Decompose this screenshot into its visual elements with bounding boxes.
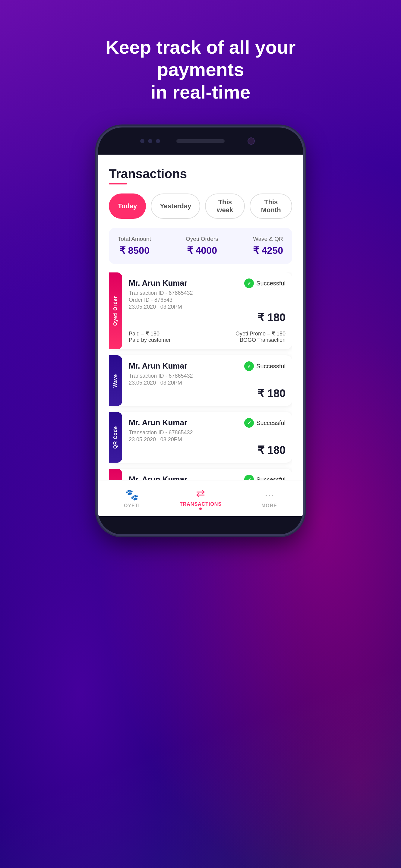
summary-wave-qr-label: Wave & QR — [253, 236, 283, 242]
txn-amount-2: ₹ 180 — [257, 387, 285, 400]
txn-body-2: Mr. Arun Kumar ✓ Successful Transaction … — [122, 355, 292, 406]
bottom-nav: 🐾 OYETI ⇄ TRANSACTIONS ··· MORE — [98, 480, 303, 516]
headline-line1: Keep track of all your payments — [105, 37, 296, 80]
summary-card: Total Amount ₹ 8500 Oyeti Orders ₹ 4000 … — [109, 228, 292, 264]
nav-item-transactions[interactable]: ⇄ TRANSACTIONS — [180, 487, 222, 510]
phone-speaker — [176, 139, 225, 143]
txn-paid-1: Paid – ₹ 180 Paid by customer — [129, 330, 171, 343]
txn-tag-3: QR Code — [109, 412, 122, 463]
sensor-3 — [156, 139, 160, 143]
txn-amount-row-2: ₹ 180 — [129, 387, 285, 400]
transaction-card-3[interactable]: QR Code Mr. Arun Kumar ✓ Successful Tran… — [109, 412, 292, 463]
txn-name-3: Mr. Arun Kumar — [129, 418, 187, 427]
txn-body-1: Mr. Arun Kumar ✓ Successful Transaction … — [122, 273, 292, 349]
txn-body-3: Mr. Arun Kumar ✓ Successful Transaction … — [122, 412, 292, 463]
txn-promo-1: Oyeti Promo – ₹ 180 BOGO Transaction — [236, 330, 285, 343]
txn-paid-label-1: Paid – ₹ 180 — [129, 330, 171, 337]
txn-name-4: Mr. Arun Kumar — [129, 475, 187, 480]
nav-label-more: MORE — [261, 503, 277, 508]
page-title: Transactions — [109, 167, 292, 181]
txn-name-2: Mr. Arun Kumar — [129, 361, 187, 371]
txn-status-1: ✓ Successful — [244, 278, 285, 288]
txn-tag-4: Oyeti Order — [109, 469, 122, 480]
summary-total: Total Amount ₹ 8500 — [118, 236, 151, 256]
success-icon-1: ✓ — [244, 278, 254, 288]
txn-status-3: ✓ Successful — [244, 418, 285, 428]
transaction-list: Oyeti Order Mr. Arun Kumar ✓ Successful … — [109, 273, 292, 480]
txn-datetime-2: 23.05.2020 | 03.20PM — [129, 380, 285, 386]
phone-screen: Transactions Today Yesterday This week T… — [98, 155, 303, 516]
filter-today[interactable]: Today — [109, 193, 146, 219]
success-icon-2: ✓ — [244, 361, 254, 371]
phone-camera — [248, 137, 255, 145]
txn-id-3: Transaction ID - 67865432 — [129, 430, 285, 436]
transaction-card-4[interactable]: Oyeti Order Mr. Arun Kumar ✓ Successful … — [109, 469, 292, 480]
summary-oyeti: Oyeti Orders ₹ 4000 — [186, 236, 218, 256]
phone-bottom-bar — [98, 516, 303, 534]
summary-total-value: ₹ 8500 — [119, 245, 150, 256]
nav-label-transactions: TRANSACTIONS — [180, 501, 222, 507]
more-icon: ··· — [265, 489, 274, 501]
nav-item-oyeti[interactable]: 🐾 OYETI — [124, 489, 140, 508]
txn-footer-1: Paid – ₹ 180 Paid by customer Oyeti Prom… — [129, 327, 285, 343]
txn-header-3: Mr. Arun Kumar ✓ Successful — [129, 418, 285, 428]
summary-oyeti-value: ₹ 4000 — [187, 245, 217, 256]
txn-amount-3: ₹ 180 — [257, 444, 285, 457]
success-icon-3: ✓ — [244, 418, 254, 428]
txn-status-label-3: Successful — [256, 420, 285, 427]
txn-body-4: Mr. Arun Kumar ✓ Successful Transaction … — [122, 469, 292, 480]
txn-paid-sub-1: Paid by customer — [129, 337, 171, 343]
summary-wave-qr-value: ₹ 4250 — [253, 245, 283, 256]
transaction-card-1[interactable]: Oyeti Order Mr. Arun Kumar ✓ Successful … — [109, 273, 292, 349]
txn-header-4: Mr. Arun Kumar ✓ Successful — [129, 475, 285, 480]
oyeti-icon: 🐾 — [125, 489, 139, 501]
headline: Keep track of all your payments in real-… — [80, 36, 321, 103]
nav-item-more[interactable]: ··· MORE — [261, 489, 277, 508]
sensor-2 — [148, 139, 152, 143]
summary-wave-qr: Wave & QR ₹ 4250 — [253, 236, 283, 256]
page-title-wrap: Transactions — [109, 167, 292, 184]
txn-name-1: Mr. Arun Kumar — [129, 278, 187, 288]
phone-shell: Transactions Today Yesterday This week T… — [98, 127, 303, 534]
filter-this-month[interactable]: This Month — [250, 193, 292, 219]
summary-total-label: Total Amount — [118, 236, 151, 242]
txn-status-4: ✓ Successful — [244, 475, 285, 480]
filter-yesterday[interactable]: Yesterday — [151, 193, 200, 219]
txn-amount-row-3: ₹ 180 — [129, 444, 285, 457]
txn-status-label-4: Successful — [256, 476, 285, 480]
txn-status-2: ✓ Successful — [244, 361, 285, 371]
summary-oyeti-label: Oyeti Orders — [186, 236, 218, 242]
txn-amount-1: ₹ 180 — [257, 311, 285, 324]
nav-active-dot — [199, 507, 202, 510]
filter-this-week[interactable]: This week — [205, 193, 245, 219]
transaction-card-2[interactable]: Wave Mr. Arun Kumar ✓ Successful Transac… — [109, 355, 292, 406]
txn-promo-sub-1: BOGO Transaction — [236, 337, 285, 343]
txn-status-label-1: Successful — [256, 280, 285, 287]
nav-label-oyeti: OYETI — [124, 503, 140, 508]
phone-sensors — [140, 139, 160, 143]
txn-datetime-1: 23.05.2020 | 03.20PM — [129, 304, 285, 310]
txn-amount-row-1: ₹ 180 — [129, 311, 285, 324]
headline-line2: in real-time — [151, 82, 251, 102]
txn-id-2: Transaction ID - 67865432 — [129, 373, 285, 379]
filter-bar: Today Yesterday This week This Month — [109, 193, 292, 219]
txn-tag-2: Wave — [109, 355, 122, 406]
txn-header-1: Mr. Arun Kumar ✓ Successful — [129, 278, 285, 288]
txn-id-1: Transaction ID - 67865432 — [129, 290, 285, 296]
transactions-icon: ⇄ — [196, 487, 205, 500]
page-title-underline — [109, 183, 127, 184]
txn-header-2: Mr. Arun Kumar ✓ Successful — [129, 361, 285, 371]
txn-promo-label-1: Oyeti Promo – ₹ 180 — [236, 330, 285, 337]
phone-top-bar — [98, 127, 303, 155]
txn-tag-1: Oyeti Order — [109, 273, 122, 349]
txn-datetime-3: 23.05.2020 | 03.20PM — [129, 436, 285, 443]
app-content: Transactions Today Yesterday This week T… — [98, 155, 303, 480]
txn-status-label-2: Successful — [256, 363, 285, 370]
sensor-1 — [140, 139, 145, 143]
success-icon-4: ✓ — [244, 475, 254, 480]
txn-order-1: Order ID - 876543 — [129, 297, 285, 303]
